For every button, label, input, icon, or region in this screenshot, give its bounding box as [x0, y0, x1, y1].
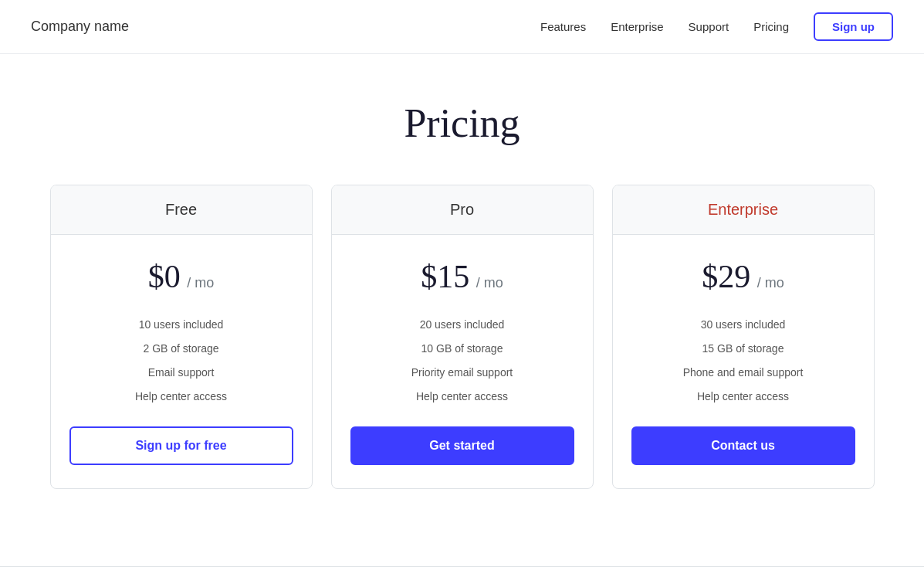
card-header-enterprise: Enterprise	[613, 185, 874, 235]
features-list-free: 10 users included 2 GB of storage Email …	[69, 317, 293, 405]
card-header-free: Free	[51, 185, 312, 235]
navbar: Company name Features Enterprise Support…	[0, 0, 924, 54]
price-amount-free: $0	[148, 259, 181, 294]
feature-free-1: 2 GB of storage	[69, 341, 293, 357]
card-body-enterprise: $29 / mo 30 users included 15 GB of stor…	[613, 235, 874, 488]
navbar-links: Features Enterprise Support Pricing Sign…	[540, 12, 893, 41]
price-period-pro: / mo	[476, 275, 503, 290]
card-body-free: $0 / mo 10 users included 2 GB of storag…	[51, 235, 312, 488]
feature-ent-2: Phone and email support	[631, 365, 855, 381]
nav-support[interactable]: Support	[689, 20, 729, 33]
card-body-pro: $15 / mo 20 users included 10 GB of stor…	[332, 235, 593, 488]
card-header-pro: Pro	[332, 185, 593, 235]
feature-ent-3: Help center access	[631, 389, 855, 405]
price-amount-pro: $15	[421, 259, 469, 294]
price-period-enterprise: / mo	[757, 275, 784, 290]
pro-cta-button[interactable]: Get started	[350, 426, 574, 465]
features-list-pro: 20 users included 10 GB of storage Prior…	[350, 317, 574, 405]
feature-free-3: Help center access	[69, 389, 293, 405]
pricing-grid: Free $0 / mo 10 users included 2 GB of s…	[38, 185, 887, 489]
nav-features[interactable]: Features	[540, 20, 586, 33]
pricing-card-pro: Pro $15 / mo 20 users included 10 GB of …	[331, 185, 594, 489]
price-row-pro: $15 / mo	[350, 258, 574, 295]
feature-free-2: Email support	[69, 365, 293, 381]
enterprise-cta-button[interactable]: Contact us	[631, 426, 855, 465]
free-cta-button[interactable]: Sign up for free	[69, 426, 293, 465]
price-row-enterprise: $29 / mo	[631, 258, 855, 295]
features-list-enterprise: 30 users included 15 GB of storage Phone…	[631, 317, 855, 405]
feature-pro-0: 20 users included	[350, 317, 574, 333]
price-amount-enterprise: $29	[702, 259, 750, 294]
feature-ent-1: 15 GB of storage	[631, 341, 855, 357]
feature-pro-3: Help center access	[350, 389, 574, 405]
nav-signup-button[interactable]: Sign up	[814, 12, 893, 41]
feature-ent-0: 30 users included	[631, 317, 855, 333]
nav-pricing[interactable]: Pricing	[753, 20, 789, 33]
feature-pro-2: Priority email support	[350, 365, 574, 381]
price-period-free: / mo	[187, 275, 214, 290]
pricing-card-enterprise: Enterprise $29 / mo 30 users included 15…	[612, 185, 875, 489]
footer: B © 2017-2019 Features Cool stuff Random…	[0, 566, 924, 574]
main-content: Pricing Free $0 / mo 10 users included 2…	[0, 54, 924, 520]
feature-pro-1: 10 GB of storage	[350, 341, 574, 357]
nav-enterprise[interactable]: Enterprise	[611, 20, 663, 33]
feature-free-0: 10 users included	[69, 317, 293, 333]
page-title: Pricing	[31, 100, 893, 146]
pricing-card-free: Free $0 / mo 10 users included 2 GB of s…	[50, 185, 313, 489]
navbar-brand: Company name	[31, 19, 129, 35]
price-row-free: $0 / mo	[69, 258, 293, 295]
